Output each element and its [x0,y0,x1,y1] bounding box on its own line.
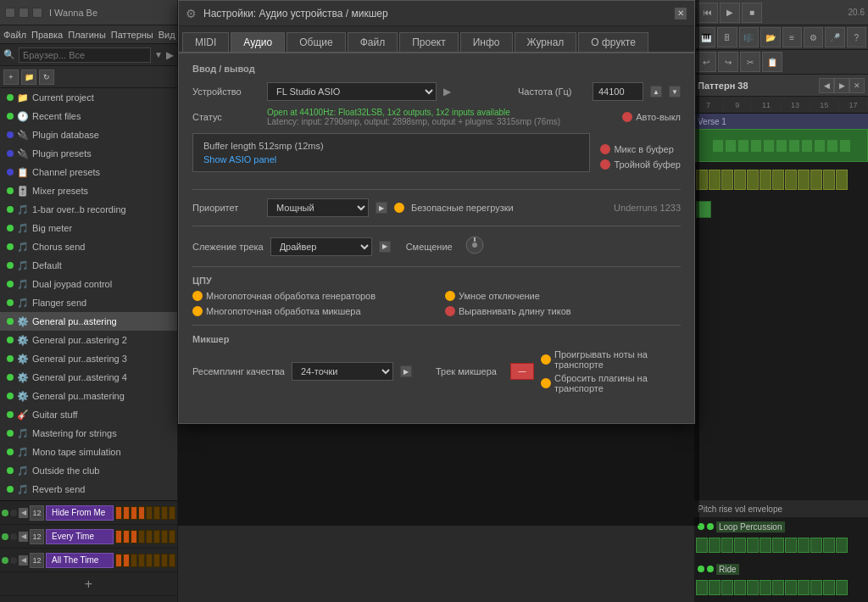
pad[interactable] [115,506,122,520]
menu-view[interactable]: Вид [159,30,175,40]
list-item-plugin-database[interactable]: 🔌 Plugin database [0,125,177,144]
pad[interactable] [138,530,145,543]
device-select[interactable]: FL Studio ASIO [267,82,437,101]
piano-roll-icon[interactable]: 🎼 [739,27,759,47]
pad[interactable] [146,530,153,543]
list-item-mono-tape[interactable]: 🎵 Mono tape simulation [0,443,177,461]
tab-info[interactable]: Инфо [460,32,513,52]
pattern-next[interactable]: ▶ [834,78,849,93]
list-item-general-mastering2[interactable]: ⚙️ General pur..astering 2 [0,331,177,349]
reset-plugins-radio[interactable] [541,378,551,388]
list-item-current-project[interactable]: 📁 Current project [0,88,177,107]
pad[interactable] [153,506,160,520]
tab-general[interactable]: Общие [287,32,345,52]
track-name-btn-hide-from-me[interactable]: Hide From Me [46,505,114,521]
multi-mixer-radio[interactable] [192,306,203,316]
help-icon[interactable]: ? [847,27,866,47]
pattern-close[interactable]: ✕ [849,78,865,93]
mixer-icon[interactable]: 🎚 [717,27,737,47]
play-notes-radio[interactable] [541,354,551,365]
freq-up-btn[interactable]: ▲ [650,86,662,98]
list-item-channel-presets[interactable]: 📋 Channel presets [0,163,177,181]
list-item-big-meter[interactable]: 🎵 Big meter [0,219,177,237]
list-item-general-mastering[interactable]: ⚙️ General pu..astering [0,312,177,331]
pad[interactable] [115,530,122,543]
browser-icon[interactable]: 📂 [760,27,780,47]
tracking-arrow[interactable]: ▶ [379,241,391,253]
triple-buffer-radio[interactable] [600,159,610,170]
list-item-plugin-presets[interactable]: 🔌 Plugin presets [0,144,177,163]
tracking-select[interactable]: Драйвер [270,237,372,256]
win-maximize-btn[interactable] [19,8,29,18]
list-item-mastering-strings[interactable]: 🎵 Mastering for strings [0,424,177,443]
mic-icon[interactable]: 🎤 [825,27,844,47]
priority-select[interactable]: Мощный [267,198,369,217]
search-input[interactable] [19,47,151,63]
pad[interactable] [138,506,145,520]
tab-midi[interactable]: MIDI [182,32,229,52]
freq-input[interactable] [593,82,643,101]
pad[interactable] [131,506,137,520]
pad[interactable] [169,530,175,543]
list-item-chorus-send[interactable]: 🎵 Chorus send [0,237,177,256]
track-name-btn-every-time[interactable]: Every Time [46,529,114,544]
offset-knob[interactable] [465,235,485,258]
mixer-track-btn[interactable]: — [510,363,534,380]
list-item-general-mastering4[interactable]: ⚙️ General pur..astering 4 [0,368,177,387]
auto-off-radio[interactable] [622,112,632,122]
list-item-outside-club[interactable]: 🎵 Outside the club [0,461,177,480]
show-asio-link[interactable]: Show ASIO panel [203,154,579,164]
tab-file[interactable]: Файл [348,32,398,52]
refresh-btn[interactable]: ↻ [39,70,54,85]
pad[interactable] [169,554,175,567]
list-item-reverb-send[interactable]: 🎵 Reverb send [0,480,177,499]
pad[interactable] [161,530,168,543]
pad[interactable] [131,554,137,567]
tab-audio[interactable]: Аудио [231,32,285,52]
search-filter-icon[interactable]: ▼ [154,50,163,59]
smart-disable-radio[interactable] [445,291,455,301]
priority-arrow[interactable]: ▶ [376,202,387,214]
pad[interactable] [123,554,130,567]
pad[interactable] [161,506,168,520]
playlist-icon[interactable]: ≡ [782,27,802,47]
redo-icon[interactable]: ↪ [718,52,738,72]
pad[interactable] [146,506,153,520]
list-item-general-pu-mastering[interactable]: ⚙️ General pu..mastering [0,387,177,405]
tab-project[interactable]: Проект [399,32,459,52]
win-close-btn[interactable] [32,8,42,18]
list-item-guitar-stuff[interactable]: 🎸 Guitar stuff [0,405,177,424]
pad[interactable] [169,506,175,520]
pad[interactable] [138,554,145,567]
list-item-default[interactable]: 🎵 Default [0,256,177,275]
search-arrow[interactable]: ▶ [166,49,174,61]
list-item-recent-files[interactable]: 🕐 Recent files [0,107,177,125]
modal-close-btn[interactable]: ✕ [674,7,687,20]
play-icon[interactable]: ▶ [720,3,740,23]
mix-buffer-radio[interactable] [600,144,610,154]
track-name-btn-all-the-time[interactable]: All The Time [46,553,114,568]
list-item-1bar[interactable]: 🎵 1-bar over..b recording [0,200,177,219]
menu-file[interactable]: Файл [3,30,26,40]
pad[interactable] [153,530,160,543]
copy-icon[interactable]: 📋 [762,52,782,72]
tab-about[interactable]: О фрукте [578,32,648,52]
add-track-btn[interactable]: + [85,577,92,592]
device-arrow[interactable]: ▶ [443,86,451,98]
pad[interactable] [123,530,130,543]
resample-arrow[interactable]: ▶ [400,365,412,377]
win-minimize-btn[interactable] [5,8,15,18]
pattern-prev[interactable]: ◀ [819,78,834,93]
pad[interactable] [153,554,160,567]
list-item-mixer-presets[interactable]: 🎚️ Mixer presets [0,181,177,200]
align-ticks-radio[interactable] [445,306,455,316]
freq-down-btn[interactable]: ▼ [669,86,681,98]
pad[interactable] [146,554,153,567]
pad[interactable] [115,554,122,567]
list-item-general-mastering3[interactable]: ⚙️ General pur..astering 3 [0,349,177,368]
tab-journal[interactable]: Журнал [515,32,577,52]
pad[interactable] [123,506,130,520]
track-arrow[interactable]: ◀ [19,508,28,518]
folder-btn[interactable]: 📁 [21,70,36,85]
list-item-dual-joypad[interactable]: 🎵 Dual joypad control [0,275,177,293]
